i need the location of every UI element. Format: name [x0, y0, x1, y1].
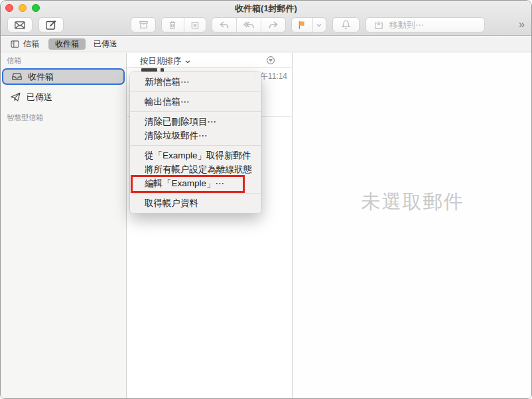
- flag-group: [291, 17, 326, 32]
- trash-junk-group: [161, 17, 206, 32]
- menu-item-get-account-info[interactable]: 取得帳户資料: [130, 196, 261, 210]
- flag-dropdown-button[interactable]: [312, 18, 326, 32]
- main-content: 信箱 收件箱 已傳送: [1, 53, 531, 399]
- window-title: 收件箱(1封郵件): [1, 3, 531, 14]
- compose-icon: [44, 19, 58, 32]
- filter-button[interactable]: [265, 55, 276, 66]
- message-preview-pane: 未選取郵件: [293, 53, 532, 399]
- chevron-down-icon: [315, 21, 323, 29]
- sidebar-item-inbox[interactable]: 收件箱: [2, 68, 125, 85]
- mailbox-sidebar: 信箱 收件箱 已傳送: [1, 53, 127, 399]
- tab-mailboxes-label: 信箱: [23, 38, 39, 50]
- filter-icon: [265, 55, 276, 66]
- sort-by-date-label: 按日期排序: [140, 56, 182, 67]
- move-to-icon: [373, 19, 385, 31]
- bell-icon: [340, 19, 352, 31]
- reply-all-button[interactable]: [236, 18, 261, 32]
- mail-window: 收件箱(1封郵件): [0, 0, 532, 399]
- tab-sent-label: 已傳送: [94, 39, 117, 48]
- reply-icon: [218, 19, 231, 32]
- move-to-button[interactable]: 移動到⋯: [366, 17, 485, 32]
- envelope-icon: [13, 19, 27, 32]
- move-to-label: 移動到⋯: [389, 19, 424, 31]
- window-chrome: 收件箱(1封郵件): [1, 1, 531, 36]
- sidebar-item-sent[interactable]: 已傳送: [2, 89, 125, 105]
- archive-icon: [137, 19, 150, 31]
- mute-button[interactable]: [332, 17, 360, 32]
- junk-icon: [189, 19, 201, 31]
- tab-inbox[interactable]: 收件箱: [48, 38, 86, 50]
- forward-icon: [267, 19, 280, 32]
- sidebar-toggle-icon: [10, 39, 20, 49]
- sort-by-date-control[interactable]: 按日期排序: [140, 56, 191, 67]
- trash-button[interactable]: [162, 18, 184, 32]
- sidebar-item-sent-label: 已傳送: [27, 91, 52, 103]
- no-message-selected-text: 未選取郵件: [293, 189, 532, 215]
- reply-all-icon: [242, 19, 255, 32]
- forward-button[interactable]: [261, 18, 285, 32]
- flag-icon: [296, 19, 308, 31]
- favorites-bar: 信箱 收件箱 已傳送: [1, 36, 531, 52]
- sidebar-item-inbox-label: 收件箱: [28, 71, 54, 83]
- compose-button[interactable]: [38, 17, 64, 32]
- menu-item-erase-deleted-items[interactable]: 清除已刪除項目⋯: [130, 115, 261, 129]
- junk-button[interactable]: [184, 18, 206, 32]
- reply-button[interactable]: [212, 18, 236, 32]
- menu-item-take-accounts-offline[interactable]: 將所有帳户設定為離線狀態: [130, 162, 261, 176]
- archive-button[interactable]: [131, 17, 156, 32]
- reply-group: [212, 17, 286, 32]
- menu-item-erase-junk-mail[interactable]: 清除垃圾郵件⋯: [130, 129, 261, 142]
- tab-sent[interactable]: 已傳送: [94, 38, 117, 50]
- menu-divider: [130, 145, 261, 146]
- message-list-header: 按日期排序: [127, 53, 292, 68]
- tab-inbox-label: 收件箱: [55, 38, 79, 50]
- menu-item-export-mailbox[interactable]: 輸出信箱⋯: [130, 95, 261, 109]
- menu-item-edit-account[interactable]: 編輯「Example」⋯: [130, 176, 261, 190]
- paper-plane-icon: [9, 91, 22, 103]
- menu-item-new-mailbox[interactable]: 新增信箱⋯: [130, 75, 261, 89]
- toolbar-overflow-button[interactable]: »: [519, 18, 525, 31]
- menu-divider: [130, 193, 261, 194]
- inbox-icon: [11, 70, 23, 83]
- menu-divider: [130, 111, 261, 112]
- mailbox-context-menu: 新增信箱⋯ 輸出信箱⋯ 清除已刪除項目⋯ 清除垃圾郵件⋯ 從「Example」取…: [130, 72, 261, 213]
- get-mail-button[interactable]: [7, 17, 33, 32]
- menu-item-get-new-mail[interactable]: 從「Example」取得新郵件: [130, 148, 261, 162]
- trash-icon: [166, 19, 178, 31]
- sidebar-section-smart-mailboxes: 智慧型信箱: [7, 113, 43, 123]
- tab-mailboxes[interactable]: 信箱: [10, 38, 39, 50]
- menu-divider: [130, 91, 261, 92]
- sort-chevron-icon: [184, 58, 191, 65]
- flag-button[interactable]: [292, 18, 312, 32]
- sidebar-section-mailboxes: 信箱: [7, 56, 21, 66]
